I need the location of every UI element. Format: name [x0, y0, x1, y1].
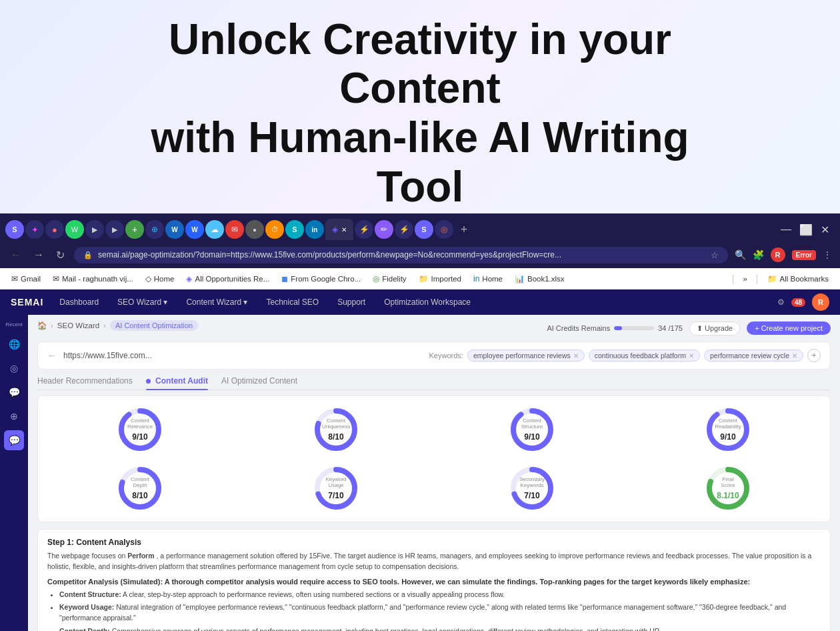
- sidebar-icon-circle[interactable]: ◎: [4, 358, 24, 378]
- hero-headline: Unlock Creativity in your Content with H…: [120, 15, 720, 211]
- tab-17[interactable]: ⚡: [355, 220, 373, 239]
- tab-4[interactable]: W: [65, 220, 84, 239]
- search-icon[interactable]: 🔍: [735, 249, 746, 260]
- tab-11[interactable]: ☁: [205, 220, 224, 239]
- tab-7[interactable]: +: [125, 220, 144, 239]
- maximize-button[interactable]: ⬜: [799, 223, 813, 236]
- back-button[interactable]: ←: [8, 247, 24, 262]
- home-breadcrumb-icon[interactable]: 🏠: [37, 321, 47, 330]
- menu-icon[interactable]: ⋮: [823, 249, 832, 260]
- bookmark-gmail[interactable]: ✉ Gmail: [7, 273, 45, 285]
- tab-ai-optimized[interactable]: AI Optimized Content: [221, 376, 297, 390]
- keyword-tag-3[interactable]: performance review cycle ✕: [704, 350, 803, 362]
- bm-separator: |: [732, 273, 735, 284]
- notification-icon[interactable]: ⚙: [777, 297, 785, 307]
- nav-technical-seo[interactable]: Technical SEO: [263, 293, 321, 311]
- refresh-button[interactable]: ↻: [53, 247, 67, 263]
- tab-3[interactable]: ●: [45, 220, 64, 239]
- breadcrumb-seo-wizard[interactable]: SEO Wizard: [57, 322, 99, 330]
- metric-content-uniqueness: Content Uniqueness 8/10: [243, 406, 429, 454]
- upgrade-button[interactable]: ⬆ Upgrade: [689, 322, 740, 336]
- more-icon: »: [743, 275, 747, 283]
- opps-icon: ◈: [186, 274, 192, 283]
- tab-19[interactable]: ⚡: [395, 220, 413, 239]
- tab-header-recs-label: Header Recommendations: [37, 376, 133, 386]
- create-project-button[interactable]: + Create new project: [747, 322, 831, 335]
- competitor-text: A thorough competitor analysis would req…: [165, 578, 750, 586]
- metric-score-2: 8/10: [328, 432, 343, 442]
- keyword-3-remove[interactable]: ✕: [792, 352, 797, 360]
- bookmark-mail[interactable]: ✉ Mail - raghunath vij...: [48, 273, 138, 285]
- metric-score-7: 7/10: [524, 491, 539, 500]
- metric-score-6: 7/10: [328, 491, 343, 500]
- add-keyword-button[interactable]: +: [807, 349, 821, 362]
- bookmark-more-btn[interactable]: »: [738, 273, 751, 284]
- tab-5[interactable]: ▶: [85, 220, 104, 239]
- url-back-button[interactable]: ←: [47, 350, 57, 361]
- bookmark-home-2[interactable]: in Home: [469, 273, 507, 285]
- tab-12[interactable]: ✉: [225, 220, 244, 239]
- donut-keyword-usage: Keyword Usage 7/10: [312, 464, 360, 512]
- extensions-icon[interactable]: 🧩: [753, 249, 764, 260]
- bookmark-imported[interactable]: 📁 Imported: [414, 273, 466, 285]
- bookmark-google[interactable]: ◼ From Google Chro...: [277, 273, 365, 285]
- nav-support[interactable]: Support: [335, 293, 368, 311]
- tab-15[interactable]: S: [285, 220, 304, 239]
- tab-20[interactable]: S: [415, 220, 433, 239]
- folder-icon-2: 📁: [767, 274, 777, 283]
- breadcrumb-toolbar-row: 🏠 › SEO Wizard › AI Content Optimization…: [37, 320, 831, 336]
- tab-semai-1[interactable]: S: [5, 220, 24, 239]
- sidebar-icon-plus[interactable]: ⊕: [4, 406, 24, 426]
- bookmark-excel[interactable]: 📊 Book1.xlsx: [510, 273, 569, 285]
- sidebar-icon-active[interactable]: 💬: [4, 430, 24, 450]
- tab-active-close[interactable]: ✕: [341, 226, 347, 233]
- bookmark-imported-label: Imported: [431, 275, 461, 283]
- bookmark-home[interactable]: ◇ Home: [141, 273, 179, 285]
- metric-score-1: 9/10: [132, 432, 147, 442]
- nav-seo-wizard[interactable]: SEO Wizard ▾: [115, 293, 170, 311]
- credits-label: AI Credits Remains: [547, 324, 610, 332]
- tab-18[interactable]: ✏: [375, 220, 393, 239]
- tab-6[interactable]: ▶: [105, 220, 124, 239]
- url-actions: ☆: [711, 250, 719, 260]
- bookmark-all-label: All Bookmarks: [780, 275, 829, 283]
- tab-16[interactable]: in: [305, 220, 324, 239]
- tab-9[interactable]: W: [165, 220, 184, 239]
- keyword-tag-1[interactable]: employee performance reviews ✕: [467, 350, 585, 362]
- metric-secondary-keywords: Secondary Keywords 7/10: [439, 464, 625, 512]
- tab-header-recommendations[interactable]: Header Recommendations: [37, 376, 133, 390]
- url-bar[interactable]: 🔒 semai.ai/page-optimization/?domain=htt…: [74, 247, 728, 263]
- minimize-button[interactable]: —: [781, 223, 791, 235]
- nav-right: ⚙ 48 R: [777, 293, 829, 311]
- tab-13[interactable]: ●: [245, 220, 264, 239]
- profile-icon[interactable]: R: [771, 247, 785, 262]
- bookmark-all[interactable]: 📁 All Bookmarks: [763, 273, 834, 285]
- google-icon: ◼: [281, 274, 288, 283]
- tab-2[interactable]: ✦: [25, 220, 44, 239]
- bookmark-star-icon[interactable]: ☆: [711, 250, 719, 260]
- content-tabs: Header Recommendations Content Audit AI …: [37, 376, 831, 390]
- donut-content-uniqueness: Content Uniqueness 8/10: [312, 406, 360, 454]
- bookmark-opps[interactable]: ◈ All Opportunities Re...: [181, 273, 274, 285]
- tab-14[interactable]: ⏱: [265, 220, 284, 239]
- keyword-1-remove[interactable]: ✕: [573, 352, 579, 360]
- user-avatar[interactable]: R: [812, 293, 829, 311]
- tab-8[interactable]: ⊕: [145, 220, 164, 239]
- tab-21[interactable]: ◎: [435, 220, 453, 239]
- forward-button[interactable]: →: [31, 247, 47, 262]
- tab-10[interactable]: W: [185, 220, 204, 239]
- sidebar-icon-chat[interactable]: 💬: [4, 382, 24, 402]
- close-button[interactable]: ✕: [821, 223, 829, 236]
- nav-dashboard[interactable]: Dashboard: [57, 293, 101, 311]
- sidebar-icon-globe[interactable]: 🌐: [4, 334, 24, 354]
- keyword-tag-2[interactable]: continuous feedback platform ✕: [589, 350, 700, 362]
- new-tab-button[interactable]: +: [455, 220, 473, 239]
- keyword-3-text: performance review cycle: [710, 352, 789, 360]
- nav-optimization[interactable]: Optimization Workspace: [381, 293, 473, 311]
- tab-content-audit[interactable]: Content Audit: [146, 376, 208, 390]
- bookmark-home-2-label: Home: [482, 275, 503, 283]
- tab-active[interactable]: ◈ ✕: [325, 219, 353, 240]
- keyword-2-remove[interactable]: ✕: [689, 352, 694, 360]
- bookmark-fidelity[interactable]: ◎ Fidelity: [368, 273, 411, 285]
- nav-content-wizard[interactable]: Content Wizard ▾: [183, 293, 250, 311]
